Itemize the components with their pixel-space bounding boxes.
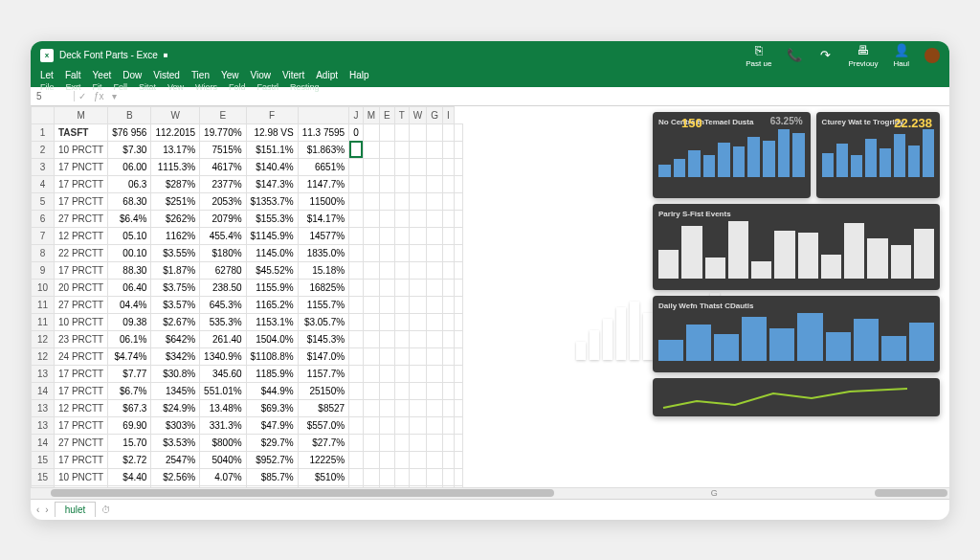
titlebar-action-1[interactable]: 📞 <box>787 48 802 63</box>
titlebar: x Deck Font Parts - Exce ■ ⎘Past ue📞↷🖶Pr… <box>31 41 949 87</box>
table-row: 1223 PRCTT06.1%$642%261.401504.0%$145.3% <box>32 330 463 347</box>
chart-2[interactable]: Cturey Wat te Trogrlity 22.238 <box>816 112 940 198</box>
menu-dow[interactable]: Dow <box>122 70 142 80</box>
table-row: 317 PNCTT06.001115.3%4617%$140.4%6651% <box>32 158 463 175</box>
sheet-tabs: ‹ › hulet ⏱ <box>31 499 949 520</box>
row-header[interactable]: 15 <box>32 451 55 468</box>
chart-3[interactable]: Parlry S-Fist Events <box>653 204 940 290</box>
row-header[interactable]: 9 <box>32 261 55 279</box>
table-row: 1510 PNCTT$4.40$2.56%4.07%$85.7%$510% <box>32 468 463 485</box>
col-header[interactable] <box>298 106 349 123</box>
table-row: 712 PRCTT05.101162%455.4%$1145.9%14577% <box>32 227 463 244</box>
menu-let[interactable]: Let <box>40 70 54 80</box>
col-header[interactable]: I <box>443 106 455 123</box>
row-header[interactable]: 12 <box>32 330 55 347</box>
time-indicator: ⏱ <box>101 504 111 515</box>
workspace: MBWEFJMETWGI1TASFT$76 956112.201519.770%… <box>31 106 949 487</box>
table-row: 417 PRCTT06.3$287%2377%$147.3%1147.7% <box>32 175 463 192</box>
menu-viow[interactable]: Viow <box>251 70 272 80</box>
titlebar-action-0[interactable]: ⎘Past ue <box>746 43 771 68</box>
row-header[interactable]: 10 <box>32 279 55 296</box>
document-title: Deck Font Parts - Exce <box>59 50 158 60</box>
col-header[interactable]: E <box>380 106 395 123</box>
chart-panel: No Centre thTemael Dusta 150 63.25% Ctur… <box>653 112 940 416</box>
table-row: 822 PRCTT00.10$3.55%$180%1145.0%1835.0% <box>32 244 463 261</box>
row-header[interactable]: 13 <box>32 365 55 382</box>
col-header[interactable]: B <box>108 106 151 123</box>
col-header[interactable]: W <box>151 106 200 123</box>
menu-bar-1: LetFaltYeetDowVistedTienYewViowVitertAdi… <box>40 70 940 80</box>
menu-vitert[interactable]: Vitert <box>282 70 304 80</box>
menu-yew[interactable]: Yew <box>221 70 239 80</box>
menu-adipt[interactable]: Adipt <box>316 70 338 80</box>
menu-tien[interactable]: Tien <box>191 70 210 80</box>
sheet-nav-next[interactable]: › <box>45 504 48 515</box>
row-header[interactable]: 3 <box>32 158 55 175</box>
table-row: 1127 PRCTT04.4%$3.57%645.3%1165.2%1155.7… <box>32 296 463 313</box>
row-header[interactable]: 11 <box>32 313 55 330</box>
table-row: 1224 PRCTT$4.74%$342%1340.9%$1108.8%$147… <box>32 347 463 365</box>
table-row: 1417 PRCTT$6.7%1345%551.01%$44.9%25150% <box>32 382 463 399</box>
col-header[interactable]: M <box>55 106 108 123</box>
row-header[interactable]: 4 <box>32 175 55 192</box>
row-header[interactable]: 5 <box>32 192 55 210</box>
menu-falt[interactable]: Falt <box>65 70 81 80</box>
table-row: 1317 PRCTT69.90$303%331.3%$47.9%$557.0% <box>32 416 463 434</box>
row-header[interactable]: 11 <box>32 296 55 313</box>
row-header[interactable]: 8 <box>32 244 55 261</box>
table-row: 1427 PNCTT15.70$3.53%$800%$29.7%$27.7% <box>32 434 463 451</box>
row-header[interactable]: 2 <box>32 141 55 158</box>
table-row: 627 PRCTT$6.4%$262%2079%$155.3%$14.17% <box>32 210 463 227</box>
row-header[interactable]: 13 <box>32 399 55 416</box>
col-header[interactable] <box>32 106 55 123</box>
menu-yeet[interactable]: Yeet <box>93 70 112 80</box>
col-header[interactable]: E <box>200 106 246 123</box>
app-icon: x <box>40 49 54 62</box>
table-row: 1517 PRCTT$2.722547%5040%$952.7%12225% <box>32 451 463 468</box>
row-header[interactable]: 7 <box>32 227 55 244</box>
row-header[interactable]: 14 <box>32 382 55 399</box>
user-avatar[interactable] <box>924 48 940 63</box>
table-row: 1020 PRCTT06.40$3.75%238.501155.9%16825% <box>32 279 463 296</box>
row-header[interactable]: 12 <box>32 347 55 365</box>
line-chart-icon <box>658 384 934 413</box>
row-header[interactable]: 15 <box>32 468 55 485</box>
col-header[interactable]: J <box>349 106 364 123</box>
col-header[interactable]: T <box>394 106 409 123</box>
row-header[interactable]: 1 <box>32 123 55 141</box>
horizontal-scrollbar[interactable]: G <box>31 487 949 499</box>
name-box[interactable]: 5 <box>36 91 75 101</box>
chart-1[interactable]: No Centre thTemael Dusta 150 63.25% <box>653 112 811 198</box>
col-header[interactable]: M <box>363 106 379 123</box>
table-row: 1317 PRCTT$7.77$30.8%345.601185.9%1157.7… <box>32 365 463 382</box>
row-header[interactable]: 13 <box>32 485 55 487</box>
col-header[interactable]: W <box>409 106 426 123</box>
titlebar-action-3[interactable]: 🖶Previouy <box>848 43 878 68</box>
table-row: 517 PRCTT68.30$251%2053%$1353.7%11500% <box>32 192 463 210</box>
table-row: 210 PRCTT$7.3013.17%7515%$151.1%$1.863% <box>32 141 463 158</box>
row-header[interactable]: 13 <box>32 416 55 434</box>
formula-bar: 5 ✓ƒx▾ <box>31 87 949 106</box>
table-row: 1312 PRCTT$67.3$24.9%13.48%$69.3%$8527 <box>32 399 463 416</box>
titlebar-action-2[interactable]: ↷ <box>817 48 833 63</box>
sheet-tab-active[interactable]: hulet <box>55 502 97 517</box>
table-row: 1TASFT$76 956112.201519.770%12.98 VS11.3… <box>32 123 463 141</box>
row-header[interactable]: 14 <box>32 434 55 451</box>
excel-window: x Deck Font Parts - Exce ■ ⎘Past ue📞↷🖶Pr… <box>31 41 949 520</box>
col-header[interactable]: F <box>246 106 298 123</box>
sheet-nav-prev[interactable]: ‹ <box>36 504 39 515</box>
chart-5[interactable] <box>653 378 940 416</box>
table-row: 1110 PRCTT09.38$2.67%535.3%1153.1%$3.05.… <box>32 313 463 330</box>
col-header[interactable]: G <box>427 106 443 123</box>
table-row: 1327 PNCTT$9.50$247%$71.4%$60.7%$4553% <box>32 485 463 487</box>
menu-halp[interactable]: Halp <box>349 70 369 80</box>
chart-4[interactable]: Daily Wefn Thatst CDautls <box>653 296 940 372</box>
row-header[interactable]: 6 <box>32 210 55 227</box>
table-row: 917 PRCTT88.30$1.87%62780$45.52%15.18% <box>32 261 463 279</box>
menu-visted[interactable]: Visted <box>153 70 180 80</box>
titlebar-action-4[interactable]: 👤Haul <box>894 43 909 68</box>
